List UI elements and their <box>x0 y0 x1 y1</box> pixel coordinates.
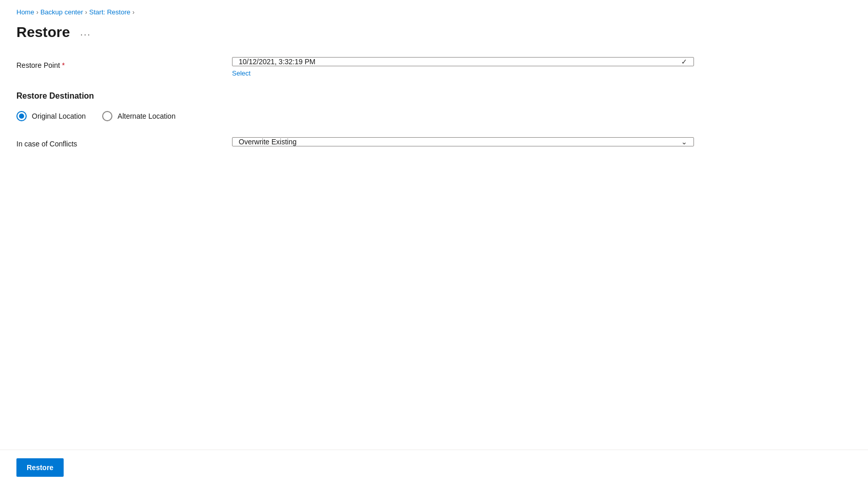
radio-original-label: Original Location <box>32 112 86 120</box>
more-options-button[interactable]: ... <box>76 25 95 40</box>
restore-point-value: 10/12/2021, 3:32:19 PM <box>239 58 315 66</box>
restore-point-chevron: ✓ <box>681 58 687 66</box>
restore-point-control: 10/12/2021, 3:32:19 PM ✓ Select <box>232 57 694 77</box>
restore-point-label-text: Restore Point <box>16 61 60 69</box>
form-section: Restore Point * 10/12/2021, 3:32:19 PM ✓… <box>16 57 735 148</box>
page-title-row: Restore ... <box>16 24 852 41</box>
restore-point-label: Restore Point * <box>16 57 232 69</box>
breadcrumb-backup-center[interactable]: Backup center <box>41 8 83 16</box>
breadcrumb-sep-3: › <box>132 9 134 16</box>
conflicts-label-text: In case of Conflicts <box>16 140 77 148</box>
restore-destination-title: Restore Destination <box>16 91 735 101</box>
footer-bar: Restore <box>0 450 868 485</box>
breadcrumb-current: Start: Restore <box>89 8 130 16</box>
radio-original-inner <box>19 114 24 119</box>
conflicts-chevron: ⌄ <box>681 138 687 146</box>
restore-point-dropdown[interactable]: 10/12/2021, 3:32:19 PM ✓ <box>232 57 694 66</box>
page-title: Restore <box>16 24 70 41</box>
conflicts-control: Overwrite Existing ⌄ <box>232 137 694 146</box>
radio-original-circle <box>16 111 27 121</box>
restore-button[interactable]: Restore <box>16 458 64 477</box>
radio-alternate-circle <box>102 111 112 121</box>
radio-original-location[interactable]: Original Location <box>16 111 86 121</box>
breadcrumb-sep-1: › <box>36 9 38 16</box>
radio-alternate-label: Alternate Location <box>118 112 176 120</box>
conflicts-value: Overwrite Existing <box>239 138 297 146</box>
breadcrumb: Home › Backup center › Start: Restore › <box>16 8 852 16</box>
conflicts-label: In case of Conflicts <box>16 136 232 148</box>
restore-destination-radio-group: Original Location Alternate Location <box>16 111 735 121</box>
main-content: Home › Backup center › Start: Restore › … <box>0 0 868 450</box>
conflicts-row: In case of Conflicts Overwrite Existing … <box>16 136 735 148</box>
breadcrumb-sep-2: › <box>85 9 87 16</box>
restore-destination-section: Restore Destination Original Location Al… <box>16 91 735 121</box>
restore-point-required: * <box>62 61 65 69</box>
breadcrumb-home[interactable]: Home <box>16 8 34 16</box>
radio-alternate-location[interactable]: Alternate Location <box>102 111 176 121</box>
conflicts-dropdown[interactable]: Overwrite Existing ⌄ <box>232 137 694 146</box>
restore-point-row: Restore Point * 10/12/2021, 3:32:19 PM ✓… <box>16 57 735 77</box>
restore-point-select-link[interactable]: Select <box>232 69 694 77</box>
